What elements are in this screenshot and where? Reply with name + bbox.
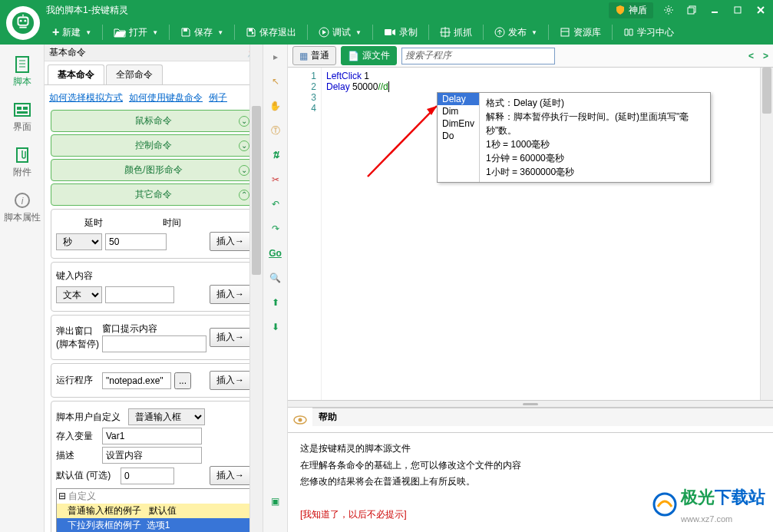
- link-keyboard[interactable]: 如何使用键盘命令: [129, 91, 203, 104]
- tab-normal-view[interactable]: ▦普通: [292, 46, 336, 65]
- tool-search-icon[interactable]: 🔍: [268, 270, 283, 286]
- link-sim-mode[interactable]: 如何选择模拟方式: [49, 91, 123, 104]
- run-path-input[interactable]: [102, 372, 171, 389]
- tool-down-icon[interactable]: ⬇: [268, 319, 283, 335]
- svg-marker-35: [427, 106, 437, 115]
- nav-props[interactable]: i脚本属性: [0, 185, 44, 230]
- delay-value-input[interactable]: [105, 233, 167, 250]
- tool-redo-icon[interactable]: ↷: [268, 221, 283, 236]
- insert-custom-button[interactable]: 插入→: [210, 466, 251, 485]
- panel-scrollbar[interactable]: [249, 45, 263, 532]
- nav-attach[interactable]: 附件: [0, 140, 44, 185]
- cat-mouse[interactable]: 鼠标命令⌄: [51, 110, 256, 132]
- svg-point-3: [24, 20, 26, 22]
- insert-popup-button[interactable]: 插入→: [210, 328, 251, 347]
- svg-point-4: [22, 15, 24, 16]
- desc-input[interactable]: [102, 447, 202, 464]
- left-nav: 脚本 界面 附件 i脚本属性: [0, 45, 45, 532]
- debug-button[interactable]: 调试▼: [312, 23, 368, 42]
- keyin-input[interactable]: [105, 286, 174, 303]
- keyin-type-select[interactable]: 文本: [56, 286, 102, 303]
- group-popup: 弹出窗口(脚本暂停) 窗口提示内容 插入→: [51, 315, 256, 360]
- grab-button[interactable]: 抓抓: [434, 23, 478, 42]
- watermark: 极光下载站www.xz7.com: [652, 482, 765, 527]
- command-panel: 基本命令📌 基本命令 全部命令 如何选择模拟方式 如何使用键盘命令 例子 鼠标命…: [45, 45, 263, 532]
- nav-next-icon[interactable]: >: [763, 51, 768, 61]
- help-body: 这是按键精灵的脚本源文件 在理解各条命令的基础上，您可以修改这个文件的内容 您修…: [288, 432, 773, 532]
- tab-basic-cmd[interactable]: 基本命令: [48, 64, 104, 84]
- record-button[interactable]: 录制: [378, 23, 424, 42]
- svg-rect-28: [17, 107, 21, 110]
- resource-lib-button[interactable]: 资源库: [553, 23, 607, 42]
- shield-button[interactable]: 神盾: [609, 2, 653, 18]
- cat-control[interactable]: 控制命令⌄: [51, 134, 256, 157]
- insert-delay-button[interactable]: 插入→: [210, 232, 251, 251]
- svg-rect-30: [17, 111, 28, 114]
- tool-expand-icon[interactable]: ▸: [268, 49, 283, 64]
- close-icon[interactable]: [753, 2, 768, 18]
- code-editor[interactable]: LeftClick 1 Delay 50000//d Delay Dim Dim…: [322, 68, 760, 400]
- cat-color[interactable]: 颜色/图形命令⌄: [51, 159, 256, 181]
- tool-undo-icon[interactable]: ↶: [268, 197, 283, 212]
- group-keyin: 键入内容 文本 插入→: [51, 262, 256, 312]
- insert-keyin-button[interactable]: 插入→: [210, 285, 251, 304]
- svg-point-38: [654, 494, 676, 515]
- link-example[interactable]: 例子: [209, 91, 227, 104]
- svg-point-6: [667, 8, 670, 12]
- tool-record-icon[interactable]: ▣: [268, 494, 283, 509]
- settings-icon[interactable]: [661, 2, 676, 18]
- tool-swap-icon[interactable]: ⇅: [268, 147, 283, 163]
- save-quit-button[interactable]: 保存退出: [239, 23, 302, 42]
- search-sub-input[interactable]: [401, 48, 555, 64]
- eye-icon[interactable]: [292, 412, 308, 428]
- maximize-icon[interactable]: [730, 2, 745, 18]
- group-delay: 延时时间 秒 插入→: [51, 209, 256, 259]
- svg-rect-21: [561, 28, 569, 36]
- nav-prev-icon[interactable]: <: [748, 51, 754, 61]
- tool-text-icon[interactable]: Ⓣ: [268, 123, 283, 138]
- splitter[interactable]: [288, 400, 773, 408]
- publish-button[interactable]: 发布▼: [488, 23, 543, 42]
- new-button[interactable]: +新建▼: [46, 22, 97, 42]
- cat-other[interactable]: 其它命令⌃: [51, 183, 256, 206]
- svg-point-37: [299, 418, 302, 422]
- custom-type-select[interactable]: 普通输入框: [128, 408, 205, 425]
- save-button[interactable]: 保存▼: [174, 23, 230, 42]
- group-custom: 脚本用户自定义普通输入框 存入变量 描述 默认值 (可选)插入→ ⊟ 自定义 普…: [51, 401, 256, 532]
- cmd-header: 基本命令: [49, 46, 86, 59]
- tool-up-icon[interactable]: ⬆: [268, 295, 283, 310]
- learn-center-button[interactable]: 学习中心: [617, 23, 680, 42]
- delay-unit-select[interactable]: 秒: [56, 233, 102, 250]
- tool-cut-icon[interactable]: ✂: [268, 172, 283, 187]
- browse-button[interactable]: ...: [174, 372, 191, 389]
- tab-all-cmd[interactable]: 全部命令: [106, 64, 163, 84]
- popup-hint-input[interactable]: [102, 335, 206, 352]
- autocomplete-list[interactable]: Delay Dim DimEnv Do: [438, 93, 480, 182]
- default-input[interactable]: [121, 468, 174, 484]
- svg-rect-10: [735, 7, 741, 13]
- svg-line-34: [368, 106, 437, 177]
- open-button[interactable]: 打开▼: [107, 23, 164, 42]
- nav-ui[interactable]: 界面: [0, 94, 44, 140]
- group-run: 运行程序 ... 插入→: [51, 363, 256, 398]
- tab-source-view[interactable]: 📄源文件: [341, 46, 397, 65]
- svg-rect-29: [23, 107, 28, 110]
- var-input[interactable]: [102, 428, 202, 444]
- tool-cursor-icon[interactable]: ↖: [268, 74, 283, 89]
- editor-area: ▦普通 📄源文件 <> 1234 LeftClick 1 Delay 50000…: [288, 45, 773, 532]
- custom-tree[interactable]: ⊟ 自定义 普通输入框的例子 默认值 下拉列表框的例子 选项1 选项1: [56, 488, 251, 532]
- svg-rect-13: [183, 28, 187, 31]
- svg-point-2: [20, 20, 22, 22]
- main-toolbar: +新建▼ 打开▼ 保存▼ 保存退出 调试▼ 录制 抓抓 发布▼ 资源库 学习中心: [0, 20, 773, 45]
- insert-run-button[interactable]: 插入→: [210, 371, 251, 390]
- tool-go-icon[interactable]: Go: [268, 246, 283, 261]
- svg-rect-16: [385, 29, 391, 35]
- restore-icon[interactable]: [684, 2, 699, 18]
- minimize-icon[interactable]: [707, 2, 722, 18]
- tool-hand-icon[interactable]: ✋: [268, 98, 283, 114]
- help-header: 帮助: [312, 408, 773, 426]
- nav-script[interactable]: 脚本: [0, 49, 44, 94]
- mid-toolbar: ▸ ↖ ✋ Ⓣ ⇅ ✂ ↶ ↷ Go 🔍 ⬆ ⬇ ▣: [263, 45, 288, 532]
- editor-scrollbar[interactable]: [760, 68, 773, 400]
- svg-rect-8: [688, 8, 694, 14]
